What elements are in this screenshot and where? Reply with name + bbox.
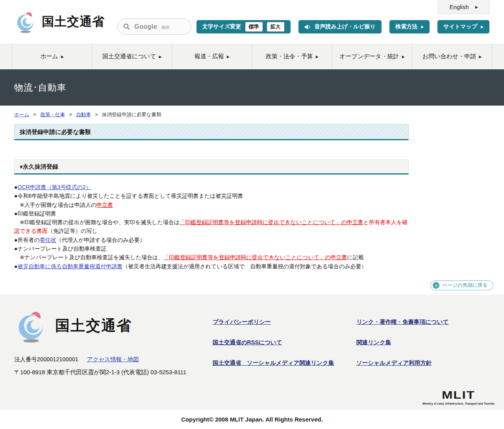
breadcrumb-separator: >	[95, 112, 98, 117]
moushitatesho-link[interactable]: 申立書	[96, 202, 113, 208]
search-method-label: 検索方法	[395, 23, 417, 30]
doc-line: ●印鑑登録証明書	[14, 209, 409, 218]
footer-link-related[interactable]: 関連リンク集	[356, 339, 448, 346]
nav-item-home[interactable]: ホーム ▶	[12, 44, 92, 69]
ocr-form-link[interactable]: OCR申請書（第3号様式の2）	[17, 184, 91, 190]
chevron-right-icon: ▶	[421, 25, 424, 29]
doc-line: ※入手が困難な場合は申請人の申立書	[14, 201, 409, 209]
google-provided-label: 提供	[161, 25, 169, 30]
section-heading: ♦永久抹消登録	[14, 160, 409, 175]
category-banner: 物流･自動車	[0, 69, 504, 106]
doc-line: ※印鑑登録証明書の提出が困難な場合や、実印を滅失した場合は「印鑑登録証明書等を登…	[14, 218, 409, 236]
chevron-right-icon: ▶	[61, 55, 64, 59]
chevron-right-icon: ▶	[227, 55, 230, 59]
speaker-icon	[304, 24, 311, 30]
footer-logo: 国土交通省	[14, 309, 132, 343]
doc-line: ●所有者の委任状（代理人が申請する場合のみ必要）	[14, 236, 409, 244]
breadcrumb-jidosha[interactable]: 自動車	[76, 112, 91, 117]
nav-item-contact[interactable]: お問い合わせ・申請 ▶	[412, 44, 492, 69]
chevron-right-icon: ▶	[402, 55, 405, 59]
copyright-text: Copyright© 2008 MLIT Japan. All Rights R…	[181, 416, 323, 423]
nav-item-press[interactable]: 報道・広報 ▶	[172, 44, 252, 69]
ininjou-link[interactable]: 委任状	[40, 237, 56, 243]
english-button-label: English	[449, 4, 469, 10]
site-footer: 国土交通省 法人番号2000012100001アクセス情報・地図 〒100-89…	[0, 295, 504, 410]
search-method-button[interactable]: 検索方法 ▶	[389, 20, 430, 33]
document-body: ●OCR申請書（第3号様式の2） ●令和6年能登半島地震により被災したことを証す…	[14, 183, 409, 271]
font-size-label: 文字サイズ変更	[202, 23, 241, 30]
nav-item-opendata[interactable]: オープンデータ・統計 ▶	[332, 44, 412, 69]
footer-link-social[interactable]: 国土交通省 ソーシャルメディア関連リンク集	[213, 359, 356, 367]
doc-line: ●OCR申請書（第3号様式の2）	[14, 183, 409, 191]
site-header: 国土交通省 Google 提供 English ▶ 文字サイズ変更 標準 拡大 …	[0, 0, 504, 44]
chevron-right-icon: ▶	[159, 55, 162, 59]
google-wordmark: Google	[134, 23, 157, 30]
font-large-button[interactable]: 拡大	[267, 22, 285, 32]
breadcrumb-current: 抹消登録申請に必要な書類	[102, 112, 161, 117]
nav-item-about[interactable]: 国土交通省について ▶	[92, 44, 172, 69]
nav-item-policy[interactable]: 政策・法令・予算 ▶	[252, 44, 332, 69]
inkan-moushitatesho-link[interactable]: 「印鑑登録証明書等を登録申請時に提出できないことについて」の申立書	[180, 219, 363, 225]
english-button[interactable]: English ▶	[438, 0, 489, 14]
chevron-right-icon: ▶	[475, 5, 478, 9]
font-size-button: 文字サイズ変更 標準 拡大	[196, 20, 291, 33]
footer-link-rss[interactable]: 国土交通省のRSSについて	[213, 339, 356, 346]
font-standard-button[interactable]: 標準	[245, 22, 263, 32]
footer-link-copyright[interactable]: リンク・著作権・免責事項について	[356, 318, 448, 326]
footer-link-social-policy[interactable]: ソーシャルメディア利用方針	[356, 359, 448, 367]
footer-links: プライバシーポリシー リンク・著作権・免責事項について 国土交通省のRSSについ…	[213, 318, 448, 367]
site-logo[interactable]: 国土交通省	[14, 10, 105, 33]
doc-line: ※ナンバープレート及び自動車検査証を滅失した場合は、「印鑑登録証明書等を登録申請…	[14, 253, 409, 262]
arrow-up-icon: ▲	[433, 282, 439, 289]
page-title: 抹消登録申請に必要な書類	[14, 124, 409, 140]
mlit-wordmark: MLIT Ministry of Land, Infrastructure, T…	[422, 388, 495, 405]
search-icon	[123, 23, 130, 30]
breadcrumb-policy[interactable]: 政策・仕事	[40, 112, 65, 117]
access-map-link[interactable]: アクセス情報・地図	[87, 356, 139, 362]
footer-link-privacy[interactable]: プライバシーポリシー	[213, 318, 356, 326]
header-buttons: 文字サイズ変更 標準 拡大 音声読み上げ・ルビ振り 検索方法 ▶ サイトマップ …	[196, 20, 489, 33]
breadcrumb-separator: >	[33, 112, 36, 117]
chevron-right-icon: ▶	[316, 55, 319, 59]
breadcrumb-home[interactable]: ホーム	[14, 112, 29, 117]
global-nav: ホーム ▶ 国土交通省について ▶ 報道・広報 ▶ 政策・法令・予算 ▶ オープ…	[0, 44, 504, 69]
footer-logo-text: 国土交通省	[55, 316, 132, 336]
chevron-right-icon: ▶	[479, 55, 482, 59]
doc-line: ●被災自動車に係る自動車重量税還付申請書（被災者生活再建支援法が適用されている区…	[14, 262, 409, 271]
search-input[interactable]: Google 提供	[117, 19, 191, 35]
breadcrumb: ホーム > 政策・仕事 > 自動車 > 抹消登録申請に必要な書類	[14, 106, 409, 118]
breadcrumb-separator: >	[69, 112, 72, 117]
footer-address: 〒100-8918 東京都千代田区霞が関2-1-3 (代表電話) 03-5253…	[14, 369, 186, 376]
copyright-bar: Copyright© 2008 MLIT Japan. All Rights R…	[0, 410, 504, 429]
category-title: 物流･自動車	[14, 82, 67, 94]
site-logo-text: 国土交通省	[42, 13, 105, 30]
chevron-right-icon: ▶	[481, 25, 484, 29]
doc-line: ●令和6年能登半島地震により被災したことを証する書面として罹災証明書または被災証…	[14, 191, 409, 200]
tts-button-label: 音声読み上げ・ルビ振り	[315, 23, 376, 30]
mlit-mark-icon	[14, 309, 48, 343]
sitemap-button[interactable]: サイトマップ ▶	[437, 20, 489, 33]
mlit-mark-icon	[14, 10, 37, 33]
tts-button[interactable]: 音声読み上げ・ルビ振り	[298, 20, 382, 33]
doc-line: ●ナンバープレート及び自動車検査証	[14, 244, 409, 253]
back-to-top-button[interactable]: ▲ ページの先頭に戻る	[430, 280, 493, 290]
corporate-number: 法人番号2000012100001アクセス情報・地図	[14, 356, 139, 363]
juryozei-kanpu-link[interactable]: 被災自動車に係る自動車重量税還付申請書	[17, 263, 122, 269]
inkan-moushitatesho-link[interactable]: 「印鑑登録証明書等を登録申請時に提出できないことについて」の申立書	[163, 254, 347, 260]
sitemap-label: サイトマップ	[443, 23, 477, 30]
main-content: ホーム > 政策・仕事 > 自動車 > 抹消登録申請に必要な書類 抹消登録申請に…	[0, 106, 504, 295]
back-to-top-label: ページの先頭に戻る	[443, 282, 487, 289]
